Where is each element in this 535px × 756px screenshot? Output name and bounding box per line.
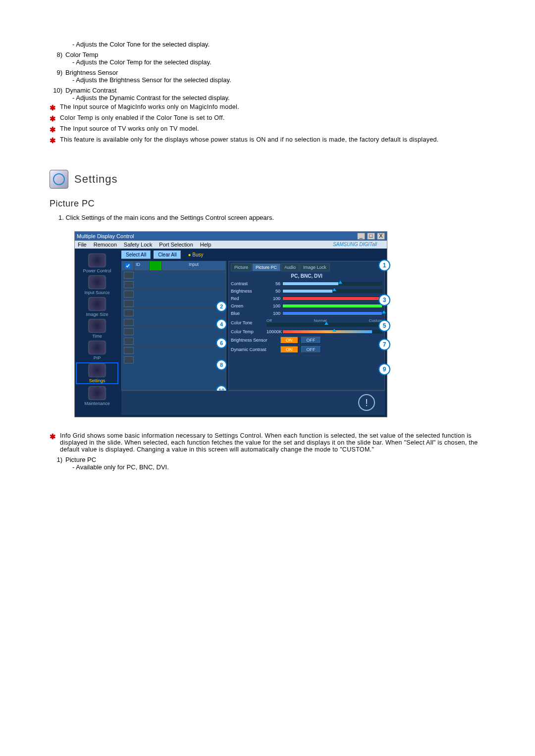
- star-icon: ✱: [50, 432, 56, 441]
- sidebar-item-settings[interactable]: Settings: [76, 362, 118, 384]
- grid-header-input: Input: [162, 261, 226, 270]
- sidebar-item-time[interactable]: Time: [75, 319, 119, 339]
- callout-4: 4: [216, 319, 227, 330]
- dynamic-contrast-off[interactable]: OFF: [301, 346, 321, 353]
- sidebar-item-input-source[interactable]: Input Source: [75, 275, 119, 295]
- titlebar: Multiple Display Control _ □ X: [75, 232, 387, 241]
- list-desc: - Adjusts the Brightness Sensor for the …: [72, 76, 495, 84]
- note: ✱Color Temp is only enabled if the Color…: [50, 114, 495, 123]
- mode-label: PC, BNC, DVI: [231, 273, 382, 279]
- list-item: 1)Picture PC: [50, 456, 495, 463]
- footer-bar: !: [121, 391, 385, 415]
- tab-audio[interactable]: Audio: [281, 263, 299, 271]
- menu-help[interactable]: Help: [200, 242, 212, 248]
- tab-picture[interactable]: Picture: [231, 263, 252, 271]
- sidebar-item-power-control[interactable]: Power Control: [75, 253, 119, 273]
- list-desc: - Adjusts the Color Tone for the selecte…: [72, 41, 495, 48]
- grid-header-id: ID: [134, 261, 150, 270]
- callout-7: 7: [378, 339, 390, 351]
- close-icon[interactable]: X: [377, 233, 385, 240]
- menu-remocon[interactable]: Remocon: [94, 242, 117, 248]
- subheading-picture-pc: Picture PC: [50, 199, 495, 209]
- tab-image-lock[interactable]: Image Lock: [300, 263, 330, 271]
- sidebar-item-pip[interactable]: PIP: [75, 341, 119, 360]
- callout-8: 8: [216, 359, 227, 370]
- note: ✱The Input source of TV works only on TV…: [50, 125, 495, 134]
- window-title: Multiple Display Control: [77, 233, 134, 239]
- settings-heading: Settings: [74, 173, 118, 186]
- list-desc: - Adjusts the Dynamic Contrast for the s…: [72, 94, 495, 101]
- brightness-sensor-row: Brightness Sensor ON OFF: [231, 337, 382, 344]
- star-icon: ✱: [50, 136, 56, 145]
- list-desc: - Adjusts the Color Temp for the selecte…: [72, 58, 495, 66]
- alert-icon: !: [358, 394, 375, 411]
- menubar[interactable]: FileRemoconSafety LockPort SelectionHelp…: [75, 241, 387, 249]
- star-icon: ✱: [50, 125, 56, 134]
- slider-brightness[interactable]: Brightness50: [231, 289, 382, 294]
- brightness-sensor-off[interactable]: OFF: [301, 337, 321, 344]
- dynamic-contrast-row: Dynamic Contrast ON OFF: [231, 346, 382, 353]
- grid-row[interactable]: [122, 270, 226, 280]
- window-buttons[interactable]: _ □ X: [357, 233, 385, 240]
- brightness-sensor-on[interactable]: ON: [280, 337, 298, 344]
- slider-contrast[interactable]: Contrast56: [231, 281, 382, 286]
- settings-cube-icon: [50, 170, 68, 189]
- grid-row[interactable]: [122, 355, 226, 364]
- grid-row[interactable]: [122, 346, 226, 355]
- select-all-button[interactable]: Select All: [121, 251, 151, 259]
- info-grid[interactable]: ID Input 246810: [121, 261, 226, 391]
- slider-green[interactable]: Green100: [231, 303, 382, 308]
- menu-safety-lock[interactable]: Safety Lock: [124, 242, 152, 248]
- note: ✱This feature is available only for the …: [50, 136, 495, 145]
- callout-9: 9: [378, 363, 390, 375]
- star-icon: ✱: [50, 114, 56, 123]
- color-tone-row[interactable]: Color Tone Off Normal Custom: [231, 318, 382, 327]
- menu-port-selection[interactable]: Port Selection: [159, 242, 193, 248]
- grid-row[interactable]: [122, 308, 226, 317]
- brand-label: SAMSUNG DIGITall: [333, 242, 377, 247]
- note: ✱Info Grid shows some basic information …: [50, 432, 495, 453]
- grid-row[interactable]: [122, 280, 226, 289]
- busy-indicator: ● Busy: [188, 252, 203, 257]
- intro-step: 1. Click Settings of the main icons and …: [58, 214, 495, 221]
- settings-panel: PicturePicture PCAudioImage Lock PC, BNC…: [228, 261, 385, 391]
- dynamic-contrast-on[interactable]: ON: [280, 346, 298, 353]
- clear-all-button[interactable]: Clear All: [154, 251, 181, 259]
- callout-2: 2: [216, 301, 227, 312]
- menu-file[interactable]: File: [78, 242, 87, 248]
- list-item: 8)Color Temp: [50, 51, 495, 58]
- settings-tabs[interactable]: PicturePicture PCAudioImage Lock: [231, 263, 382, 271]
- callout-6: 6: [216, 338, 227, 349]
- app-window: Multiple Display Control _ □ X FileRemoc…: [74, 231, 387, 417]
- tab-picture-pc[interactable]: Picture PC: [252, 263, 280, 271]
- list-desc: - Available only for PC, BNC, DVI.: [72, 463, 495, 471]
- grid-check-all[interactable]: [125, 263, 130, 268]
- slider-blue[interactable]: Blue100: [231, 311, 382, 316]
- star-icon: ✱: [50, 103, 56, 112]
- minimize-icon[interactable]: _: [357, 233, 365, 240]
- callout-3: 3: [378, 294, 390, 306]
- color-temp-row[interactable]: Color Temp 10000K: [231, 329, 382, 334]
- sidebar-item-image-size[interactable]: Image Size: [75, 297, 119, 317]
- slider-red[interactable]: Red100: [231, 296, 382, 301]
- sidebar: Power ControlInput SourceImage SizeTimeP…: [75, 249, 119, 417]
- grid-row[interactable]: [122, 299, 226, 308]
- callout-1: 1: [378, 259, 390, 271]
- callout-5: 5: [378, 320, 390, 332]
- sidebar-item-maintenance[interactable]: Maintenance: [75, 386, 119, 406]
- list-item: 9)Brightness Sensor: [50, 69, 495, 76]
- section-heading: Settings: [50, 170, 495, 189]
- maximize-icon[interactable]: □: [367, 233, 375, 240]
- grid-row[interactable]: [122, 317, 226, 327]
- note: ✱The Input source of MagicInfo works onl…: [50, 103, 495, 112]
- list-item: 10)Dynamic Contrast: [50, 87, 495, 94]
- grid-row[interactable]: [122, 289, 226, 299]
- grid-row[interactable]: [122, 327, 226, 336]
- grid-row[interactable]: [122, 336, 226, 346]
